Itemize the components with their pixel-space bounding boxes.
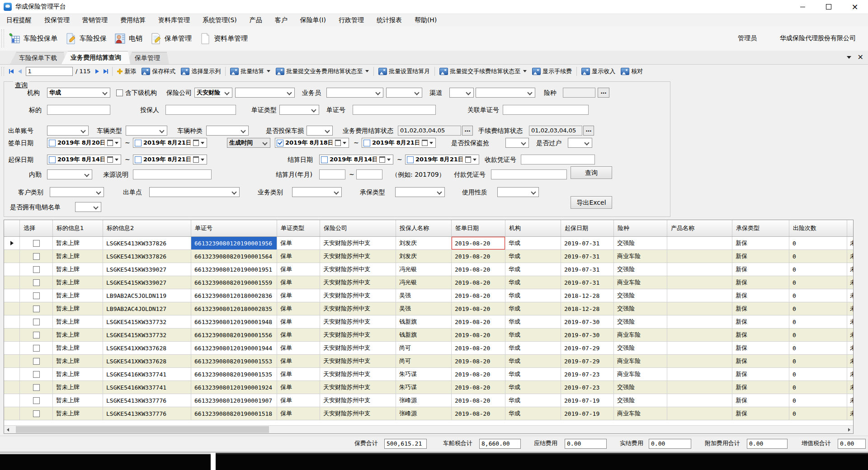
- row-checkbox[interactable]: [33, 306, 40, 312]
- date-enable-checkbox[interactable]: [363, 140, 370, 146]
- telemarketing-button[interactable]: 电销: [112, 33, 148, 45]
- menu-item-marketing[interactable]: 营销管理: [76, 16, 114, 24]
- column-header[interactable]: 单证类型: [277, 220, 320, 236]
- comm-status-more-button[interactable]: …: [583, 126, 594, 136]
- settle-date-from-picker[interactable]: 2019年 8月14日: [319, 155, 393, 164]
- table-row[interactable]: 暂未上牌LSGKE5413KW3378266613239080120190001…: [4, 237, 853, 250]
- theft-insured-combobox[interactable]: [505, 138, 529, 148]
- settle-month-to-input[interactable]: [356, 169, 382, 179]
- batch-submit-comm-status-button[interactable]: 批量提交手续费结算状态至: [437, 66, 529, 77]
- start-date-to-picker[interactable]: 2019年 8月21日: [133, 155, 207, 164]
- vehicle-kind-combobox[interactable]: [206, 126, 249, 136]
- insurer-branch-combobox[interactable]: [235, 88, 295, 98]
- agent-sub-combobox[interactable]: [386, 88, 422, 98]
- column-header[interactable]: 险种: [614, 220, 667, 236]
- data-sheet-mgmt-button[interactable]: 资料单管理: [197, 33, 253, 45]
- biz-fee-status-more-button[interactable]: …: [462, 126, 473, 136]
- table-row[interactable]: 暂未上牌LSGKE541XKW3376286613239080120190001…: [4, 342, 853, 355]
- row-checkbox[interactable]: [33, 319, 40, 325]
- row-checkbox[interactable]: [33, 345, 40, 352]
- column-header[interactable]: 投保人名称: [396, 220, 452, 236]
- pay-no-input[interactable]: [491, 169, 567, 179]
- menu-item-report[interactable]: 统计报表: [370, 16, 408, 24]
- horizontal-scrollbar[interactable]: [4, 425, 853, 433]
- vehicle-type-combobox[interactable]: [126, 126, 167, 136]
- row-checkbox[interactable]: [33, 384, 40, 391]
- menu-item-policy[interactable]: 保险单(I): [294, 16, 332, 24]
- close-button[interactable]: ×: [842, 0, 868, 14]
- table-row[interactable]: 暂未上牌LSGKE5415KW3390276613239080120190001…: [4, 263, 853, 276]
- tab-list-dropdown-icon[interactable]: [847, 56, 851, 59]
- table-row[interactable]: 暂未上牌LSGKE5415KW3390276613239080820190001…: [4, 276, 853, 289]
- menu-item-schedule[interactable]: 日程提醒: [0, 16, 38, 24]
- batch-set-settle-month-button[interactable]: 批量设置结算月: [376, 66, 433, 77]
- date-enable-checkbox-checked[interactable]: [277, 140, 283, 146]
- choose-columns-button[interactable]: 选择显示列: [178, 66, 223, 77]
- column-header[interactable]: 签单日期: [452, 220, 505, 236]
- scroll-left-button[interactable]: [4, 426, 12, 433]
- tab-car-policy-download[interactable]: 车险保单下载: [10, 52, 66, 64]
- table-row[interactable]: 暂未上牌LSGKE5416KW3377416613239080120190001…: [4, 381, 853, 394]
- transfer-combobox[interactable]: [568, 138, 592, 148]
- table-row[interactable]: 暂未上牌LB9AB2AC5JOLDN1196613239080120180002…: [4, 289, 853, 302]
- column-header[interactable]: 标的信息2: [103, 220, 191, 236]
- issue-account-combobox[interactable]: [47, 126, 89, 136]
- rel-doc-no-input[interactable]: [503, 105, 589, 115]
- gen-time-to-picker[interactable]: 2019年 8月21日: [362, 138, 436, 148]
- tab-biz-fee-settle-query[interactable]: 业务费用结算查询: [61, 51, 130, 64]
- check-button[interactable]: 核对: [618, 66, 646, 77]
- table-row[interactable]: 暂未上牌LSGKE541XKW3376286613239080820190001…: [4, 355, 853, 368]
- calendar-dropdown[interactable]: [104, 139, 121, 146]
- table-row[interactable]: 暂未上牌LSGKE5415KW3377326613239080120190001…: [4, 315, 853, 329]
- column-header[interactable]: 起保日期: [561, 220, 614, 236]
- column-header[interactable]: 承保类型: [732, 220, 789, 236]
- receipt-no-input[interactable]: [521, 155, 595, 164]
- batch-settle-button[interactable]: 批量结算: [227, 66, 273, 77]
- car-policy-form-button[interactable]: 车险投保单: [7, 33, 63, 45]
- menu-item-insure-mgmt[interactable]: 投保管理: [38, 16, 76, 24]
- settle-date-to-picker[interactable]: 2019年 8月21日: [405, 155, 479, 164]
- row-checkbox[interactable]: [33, 279, 40, 286]
- menu-item-system[interactable]: 系统管理(S): [196, 16, 243, 24]
- agent-combobox[interactable]: [326, 88, 383, 98]
- date-enable-checkbox[interactable]: [135, 156, 142, 163]
- page-input[interactable]: [26, 67, 73, 76]
- prev-page-button[interactable]: [16, 68, 24, 75]
- calendar-dropdown[interactable]: [104, 156, 121, 163]
- calendar-dropdown[interactable]: [190, 156, 207, 163]
- menu-item-database[interactable]: 资料库管理: [152, 16, 196, 24]
- table-row[interactable]: 暂未上牌LSGKE5416KW3377416613239080820190001…: [4, 368, 853, 381]
- tel-list-combobox[interactable]: [75, 202, 101, 212]
- policy-mgmt-button[interactable]: 保单管理: [148, 33, 197, 45]
- column-header[interactable]: 产品名称: [667, 220, 732, 236]
- date-enable-checkbox[interactable]: [135, 140, 142, 146]
- calendar-dropdown[interactable]: [332, 139, 349, 146]
- doc-no-input[interactable]: [353, 105, 436, 115]
- comm-status-input[interactable]: 01,02,03,04,05: [529, 126, 582, 136]
- row-checkbox[interactable]: [33, 253, 40, 260]
- tab-policy-mgmt[interactable]: 保单管理: [126, 52, 169, 64]
- doc-type-combobox[interactable]: [279, 105, 319, 115]
- channel-combobox[interactable]: [449, 88, 474, 98]
- minimize-button[interactable]: [789, 0, 816, 14]
- applicant-input[interactable]: [165, 105, 236, 115]
- damage-insured-combobox[interactable]: [307, 126, 333, 136]
- subject-input[interactable]: [47, 105, 110, 115]
- org-combobox[interactable]: 华成: [47, 88, 110, 98]
- row-checkbox[interactable]: [33, 240, 40, 247]
- car-insure-button[interactable]: 车险投保: [63, 33, 112, 45]
- menu-item-help[interactable]: 帮助(H): [408, 16, 443, 24]
- search-button[interactable]: 查询: [571, 166, 612, 179]
- biz-type-combobox[interactable]: [292, 187, 342, 197]
- row-checkbox[interactable]: [33, 397, 40, 404]
- menu-item-fee-settle[interactable]: 费用结算: [114, 16, 152, 24]
- menu-item-customer[interactable]: 客户: [269, 16, 294, 24]
- maximize-button[interactable]: [816, 0, 842, 14]
- cust-type-combobox[interactable]: [50, 187, 104, 197]
- table-row[interactable]: 暂未上牌LSGKE5415KW3377326613239080820190001…: [4, 329, 853, 342]
- last-page-button[interactable]: [101, 68, 110, 75]
- column-header[interactable]: 标的信息1: [53, 220, 103, 236]
- column-header[interactable]: 单证号: [191, 220, 277, 236]
- menu-item-admin[interactable]: 行政管理: [332, 16, 370, 24]
- table-row[interactable]: 暂未上牌LSGKE5413KW3378266613239080820190001…: [4, 250, 853, 263]
